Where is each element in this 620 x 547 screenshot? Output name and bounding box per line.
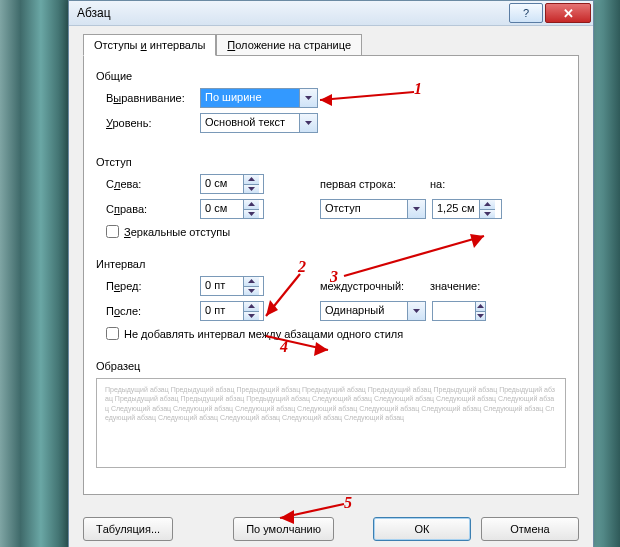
spacing-before-value: 0 пт: [201, 277, 243, 295]
set-default-button[interactable]: По умолчанию: [233, 517, 334, 541]
level-value: Основной текст: [201, 114, 299, 132]
svg-marker-6: [413, 207, 420, 211]
spinner-up-icon[interactable]: [244, 200, 259, 209]
spinner-up-icon[interactable]: [476, 302, 485, 311]
indent-by-value: 1,25 см: [433, 200, 479, 218]
indent-right-value: 0 см: [201, 200, 243, 218]
alignment-label: Выравнивание:: [106, 92, 200, 104]
mirror-indents-label: Зеркальные отступы: [124, 226, 230, 238]
svg-marker-9: [248, 279, 255, 283]
spacing-after-value: 0 пт: [201, 302, 243, 320]
spacing-after-spinner[interactable]: 0 пт: [200, 301, 264, 321]
spinner-down-icon[interactable]: [244, 286, 259, 296]
indent-by-spinner[interactable]: 1,25 см: [432, 199, 502, 219]
level-combo[interactable]: Основной текст: [200, 113, 318, 133]
section-preview: Образец: [96, 360, 566, 372]
title-bar: Абзац ? ✕: [69, 1, 593, 26]
preview-box: Предыдущий абзац Предыдущий абзац Предыд…: [96, 378, 566, 468]
line-spacing-combo[interactable]: Одинарный: [320, 301, 426, 321]
tab-strip: Отступы и интервалы Положение на страниц…: [83, 34, 579, 56]
tab-panel: Общие Выравнивание: По ширине Уровен: [83, 55, 579, 495]
first-line-combo[interactable]: Отступ: [320, 199, 426, 219]
svg-marker-10: [248, 289, 255, 293]
tab-page-position[interactable]: Положение на странице: [216, 34, 362, 56]
close-button[interactable]: ✕: [545, 3, 591, 23]
paragraph-dialog: Абзац ? ✕ Отступы и интервалы Положение …: [68, 0, 594, 547]
spacing-at-label: значение:: [430, 280, 490, 292]
chevron-down-icon[interactable]: [407, 200, 425, 218]
svg-marker-15: [477, 314, 484, 318]
spinner-down-icon[interactable]: [244, 311, 259, 321]
svg-marker-0: [305, 96, 312, 100]
indent-by-label: на:: [430, 178, 474, 190]
window-title: Абзац: [77, 6, 507, 20]
mirror-indents-checkbox[interactable]: [106, 225, 119, 238]
alignment-value: По ширине: [201, 89, 299, 107]
no-space-same-style-checkbox[interactable]: [106, 327, 119, 340]
cancel-button[interactable]: Отмена: [481, 517, 579, 541]
svg-marker-5: [248, 212, 255, 216]
spinner-down-icon[interactable]: [476, 311, 485, 321]
spinner-up-icon[interactable]: [480, 200, 495, 209]
indent-right-spinner[interactable]: 0 см: [200, 199, 264, 219]
ok-button[interactable]: ОК: [373, 517, 471, 541]
spacing-at-value: [433, 302, 475, 320]
line-spacing-value: Одинарный: [321, 302, 407, 320]
chevron-down-icon[interactable]: [407, 302, 425, 320]
spacing-at-spinner[interactable]: [432, 301, 486, 321]
background-left: [0, 0, 68, 547]
svg-marker-11: [248, 304, 255, 308]
svg-marker-2: [248, 177, 255, 181]
level-label: Уровень:: [106, 117, 200, 129]
first-line-value: Отступ: [321, 200, 407, 218]
section-general: Общие: [96, 70, 566, 82]
tab-indents-spacing[interactable]: Отступы и интервалы: [83, 34, 216, 56]
indent-left-spinner[interactable]: 0 см: [200, 174, 264, 194]
indent-left-value: 0 см: [201, 175, 243, 193]
spacing-after-label: После:: [106, 305, 200, 317]
spacing-before-label: Перед:: [106, 280, 200, 292]
spinner-up-icon[interactable]: [244, 277, 259, 286]
svg-marker-12: [248, 314, 255, 318]
alignment-combo[interactable]: По ширине: [200, 88, 318, 108]
svg-marker-1: [305, 121, 312, 125]
spacing-before-spinner[interactable]: 0 пт: [200, 276, 264, 296]
line-spacing-label: междустрочный:: [320, 280, 430, 292]
first-line-label: первая строка:: [320, 178, 430, 190]
section-spacing: Интервал: [96, 258, 566, 270]
dialog-button-row: Табуляция... По умолчанию ОК Отмена: [83, 517, 579, 541]
svg-marker-13: [413, 309, 420, 313]
indent-left-label: Слева:: [106, 178, 200, 190]
svg-marker-3: [248, 187, 255, 191]
spinner-down-icon[interactable]: [244, 184, 259, 194]
section-indent: Отступ: [96, 156, 566, 168]
chevron-down-icon[interactable]: [299, 89, 317, 107]
svg-marker-14: [477, 304, 484, 308]
svg-marker-8: [484, 212, 491, 216]
help-button[interactable]: ?: [509, 3, 543, 23]
spinner-up-icon[interactable]: [244, 302, 259, 311]
no-space-same-style-label: Не добавлять интервал между абзацами одн…: [124, 328, 403, 340]
spinner-down-icon[interactable]: [480, 209, 495, 219]
spinner-down-icon[interactable]: [244, 209, 259, 219]
chevron-down-icon[interactable]: [299, 114, 317, 132]
svg-marker-7: [484, 202, 491, 206]
svg-marker-4: [248, 202, 255, 206]
indent-right-label: Справа:: [106, 203, 200, 215]
background-right: [592, 0, 620, 547]
tabs-button[interactable]: Табуляция...: [83, 517, 173, 541]
spinner-up-icon[interactable]: [244, 175, 259, 184]
